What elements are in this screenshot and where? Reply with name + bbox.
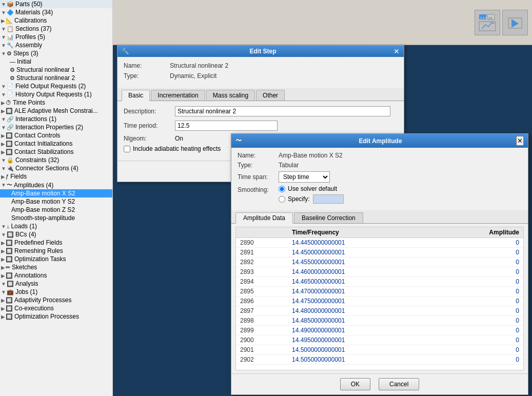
- expand-icon[interactable]: ▼: [1, 116, 6, 122]
- sidebar-item[interactable]: ▼ 🔒 Constraints (32): [0, 156, 112, 164]
- smoothing-radio-specify[interactable]: [279, 196, 285, 203]
- sidebar-item[interactable]: ▼ 🔲 BCs (4): [0, 230, 112, 239]
- sidebar-item[interactable]: ⚙ Structural nonlinear 2: [0, 74, 112, 82]
- smoothing-radio-default[interactable]: [279, 186, 285, 192]
- sidebar-item[interactable]: ▶ ✏ Sketches: [0, 263, 112, 271]
- sidebar-item-label: Amplitudes (4): [14, 182, 53, 189]
- sidebar-item[interactable]: Amp-Base motion Y S2: [0, 197, 112, 206]
- sidebar-item[interactable]: ▶ 🔲 Remeshing Rules: [0, 247, 112, 255]
- expand-icon[interactable]: ▶: [1, 265, 5, 270]
- sidebar-item[interactable]: ▶ 🔲 Annotations: [0, 271, 112, 280]
- sidebar-item[interactable]: ▼ 📊 Profiles (5): [0, 33, 112, 41]
- expand-icon[interactable]: ▶: [1, 108, 5, 114]
- sidebar-item[interactable]: ▼ 📦 Parts (50): [0, 0, 112, 8]
- svg-text:1 1 0: 1 1 0: [480, 16, 487, 19]
- smoothing-specify-input[interactable]: [313, 194, 344, 204]
- amplitude-ok-button[interactable]: OK: [340, 378, 370, 390]
- sidebar-item-label: Field Output Requests (2): [15, 83, 86, 90]
- expand-icon[interactable]: ▼: [1, 92, 6, 97]
- expand-icon[interactable]: ▼: [1, 51, 6, 56]
- edit-amplitude-icon: 〜: [235, 136, 242, 145]
- sidebar-item[interactable]: ▼ 📄 History Output Requests (1): [0, 90, 112, 98]
- sidebar-item[interactable]: ▼ ⚙ Steps (3): [0, 49, 112, 57]
- sidebar-item[interactable]: ▼ 🔲 Analysis: [0, 280, 112, 288]
- expand-icon[interactable]: ▶: [1, 141, 5, 147]
- sidebar-item[interactable]: ▶ 🔲 Adaptivity Processes: [0, 296, 112, 304]
- sidebar-item[interactable]: — Initial: [0, 57, 112, 66]
- cell-amplitude: 0: [432, 238, 523, 248]
- sidebar-item[interactable]: ▶ ƒ Fields: [0, 172, 112, 181]
- cell-time: 14.4900000000001: [288, 326, 432, 335]
- expand-icon[interactable]: ▶: [1, 306, 5, 311]
- cell-time: 14.4750000000001: [288, 296, 432, 306]
- expand-icon[interactable]: ▶: [1, 256, 5, 262]
- expand-icon[interactable]: ▼: [1, 43, 6, 48]
- expand-icon[interactable]: ▶: [1, 273, 5, 279]
- sidebar-item[interactable]: ▼ ↓ Loads (1): [0, 222, 112, 230]
- expand-icon[interactable]: ▼: [1, 84, 6, 89]
- expand-icon[interactable]: ▼: [1, 157, 6, 163]
- expand-icon[interactable]: ▶: [1, 100, 5, 106]
- sidebar-item[interactable]: ▼ 🔗 Interaction Properties (2): [0, 123, 112, 131]
- expand-icon[interactable]: ▶: [1, 298, 5, 303]
- amplitude-cancel-button[interactable]: Cancel: [379, 378, 419, 390]
- expand-icon[interactable]: ▶: [1, 18, 5, 24]
- sidebar-item[interactable]: Smooth-step-amplitude: [0, 214, 112, 222]
- amplitude-tab-bar: Amplitude Data Baseline Correction: [231, 210, 528, 224]
- expand-icon[interactable]: ▼: [1, 26, 6, 32]
- expand-icon[interactable]: ▼: [1, 2, 6, 7]
- expand-icon[interactable]: ▶: [1, 240, 5, 246]
- sidebar-item[interactable]: ▼ 🔷 Materials (34): [0, 8, 112, 16]
- adiabatic-checkbox[interactable]: [124, 146, 130, 152]
- cell-amplitude: 0: [432, 345, 523, 355]
- sidebar-item[interactable]: Amp-Base motion Z S2: [0, 206, 112, 214]
- expand-icon[interactable]: ▶: [1, 174, 5, 180]
- expand-icon[interactable]: ▼: [1, 166, 6, 171]
- step-tab-incrementation[interactable]: Incrementation: [151, 90, 205, 101]
- expand-icon[interactable]: ▶: [1, 248, 5, 254]
- sidebar-item[interactable]: Amp-Base motion X S2: [0, 189, 112, 197]
- expand-icon[interactable]: ▼: [1, 289, 6, 295]
- sidebar-item[interactable]: ▼ 📋 Sections (37): [0, 25, 112, 33]
- cell-amplitude: 0: [432, 296, 523, 306]
- sidebar-item[interactable]: ▶ 🔲 Optimization Tasks: [0, 255, 112, 263]
- sidebar-item[interactable]: ▶ 📐 Calibrations: [0, 16, 112, 25]
- expand-icon[interactable]: ▼: [1, 125, 6, 130]
- description-label: Description:: [124, 108, 175, 115]
- expand-icon[interactable]: ▶: [1, 314, 5, 320]
- sidebar-item[interactable]: ⚙ Structural nonlinear 1: [0, 66, 112, 74]
- sidebar-item[interactable]: ▶ 🔲 ALE Adaptive Mesh Constrai...: [0, 107, 112, 115]
- description-input[interactable]: [175, 106, 390, 116]
- sidebar-item[interactable]: ▼ 〜 Amplitudes (4): [0, 181, 112, 189]
- sidebar-item[interactable]: ▼ 🔧 Assembly: [0, 41, 112, 49]
- sidebar-item[interactable]: ▼ 🔌 Connector Sections (4): [0, 164, 112, 172]
- sidebar-item[interactable]: ▼ 💼 Jobs (1): [0, 288, 112, 296]
- sidebar-item[interactable]: ▶ 🔲 Predefined Fields: [0, 239, 112, 247]
- sidebar-item[interactable]: ▶ 🔲 Contact Initializations: [0, 140, 112, 148]
- expand-icon[interactable]: ▼: [1, 182, 6, 188]
- edit-step-close-button[interactable]: ✕: [393, 48, 400, 55]
- edit-amplitude-close-button[interactable]: ✕: [516, 136, 524, 146]
- sidebar-item[interactable]: ▶ ⏱ Time Points: [0, 98, 112, 107]
- item-icon: ⚙: [10, 67, 15, 73]
- sidebar-item[interactable]: ▶ 🔲 Contact Stabilizations: [0, 148, 112, 156]
- sidebar-item[interactable]: ▼ 📄 Field Output Requests (2): [0, 82, 112, 90]
- expand-icon[interactable]: ▼: [1, 10, 6, 15]
- sidebar-item[interactable]: ▶ 🔲 Co-executions: [0, 304, 112, 312]
- time-span-select[interactable]: Step time Total time: [279, 171, 330, 183]
- step-tab-massscaling[interactable]: Mass scaling: [206, 90, 255, 101]
- expand-icon[interactable]: ▶: [1, 133, 5, 138]
- step-tab-basic[interactable]: Basic: [122, 90, 150, 101]
- amplitude-tab-baseline[interactable]: Baseline Correction: [294, 212, 363, 223]
- expand-icon[interactable]: ▼: [1, 232, 6, 237]
- time-period-input[interactable]: [175, 121, 278, 131]
- expand-icon[interactable]: ▼: [1, 34, 6, 40]
- step-tab-other[interactable]: Other: [256, 90, 285, 101]
- expand-icon[interactable]: ▶: [1, 149, 5, 155]
- sidebar-item[interactable]: ▼ 🔗 Interactions (1): [0, 115, 112, 123]
- amplitude-tab-data[interactable]: Amplitude Data: [235, 212, 293, 224]
- expand-icon[interactable]: ▼: [1, 224, 6, 229]
- sidebar-item[interactable]: ▶ 🔲 Contact Controls: [0, 131, 112, 140]
- expand-icon[interactable]: ▼: [1, 281, 6, 287]
- sidebar-item[interactable]: ▶ 🔲 Optimization Processes: [0, 312, 112, 321]
